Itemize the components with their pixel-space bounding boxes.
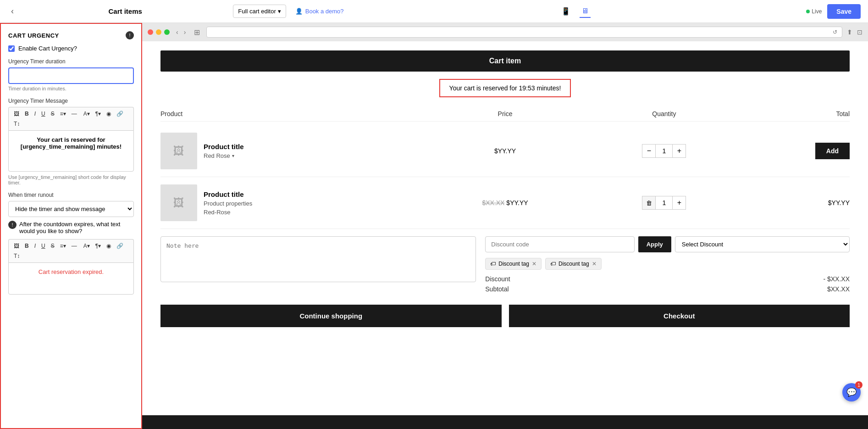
runout-select[interactable]: Hide the timer and show message xyxy=(8,201,134,217)
share-icon[interactable]: ⬆ xyxy=(847,28,852,36)
rte-strike-btn[interactable]: S xyxy=(49,109,57,118)
rte-content-1[interactable]: Your cart is reserved for[urgency_time_r… xyxy=(8,130,134,172)
rte-color-btn[interactable]: A▾ xyxy=(81,109,92,118)
enable-label: Enable Cart Urgency? xyxy=(18,45,77,52)
chat-bubble[interactable]: 💬 1 xyxy=(842,383,861,401)
item-image-2: 🖼 xyxy=(160,184,197,221)
discount-tag-2: 🏷 Discount tag ✕ xyxy=(545,258,602,270)
subtotal-value: $XX.XX xyxy=(827,285,850,293)
rte2-hr-btn[interactable]: — xyxy=(69,241,79,251)
traffic-lights xyxy=(148,29,170,35)
rte2-para-btn[interactable]: ¶▾ xyxy=(93,241,103,251)
nav-forward-arrow[interactable]: › xyxy=(182,28,188,37)
live-label: Live xyxy=(812,8,822,15)
rte-hr-btn[interactable]: — xyxy=(69,109,79,118)
item-title-2: Product title xyxy=(204,190,252,198)
chevron-down-icon: ▾ xyxy=(278,8,281,15)
nav-arrows: ‹ › xyxy=(174,28,188,37)
tag-label-2: Discount tag xyxy=(558,261,589,267)
rte2-image-btn[interactable]: 🖼 xyxy=(11,241,22,251)
table-header: Product Price Quantity Total xyxy=(160,106,850,122)
item-quantity-2: 🗑 + xyxy=(585,196,744,210)
continue-button[interactable]: Continue shopping xyxy=(160,305,502,327)
item-image-1: 🖼 xyxy=(160,133,197,169)
warning-icon[interactable]: ! xyxy=(8,221,17,229)
expand-btn[interactable]: ⊞ xyxy=(192,27,202,38)
rte-drop-btn[interactable]: ◉ xyxy=(104,109,113,118)
add-button-1[interactable]: Add xyxy=(815,143,850,159)
col-price-header: Price xyxy=(426,110,585,117)
rte-content-2[interactable]: Cart reservation expired. xyxy=(8,262,134,295)
apply-button[interactable]: Apply xyxy=(638,236,671,252)
rte-toolbar-1: 🖼 B I U S ≡▾ — A▾ ¶▾ ◉ 🔗 T↕ xyxy=(8,107,134,130)
rte-toolbar-2: 🖼 B I U S ≡▾ — A▾ ¶▾ ◉ 🔗 T↕ xyxy=(8,239,134,262)
rte-link-btn[interactable]: 🔗 xyxy=(114,109,126,118)
checkout-button[interactable]: Checkout xyxy=(509,305,850,327)
item-product-2: 🖼 Product title Product properties Red-R… xyxy=(160,184,426,221)
back-button[interactable]: ‹ xyxy=(7,5,17,18)
editor-dropdown[interactable]: Full cart editor ▾ xyxy=(233,5,286,18)
tag-close-1[interactable]: ✕ xyxy=(532,261,536,267)
item-info-1: Product title Red Rose ▾ xyxy=(204,143,244,159)
enable-checkbox[interactable] xyxy=(8,45,15,52)
mobile-icon[interactable]: 📱 xyxy=(559,5,572,17)
demo-link[interactable]: 👤 Book a demo? xyxy=(295,8,344,15)
nav-back-arrow[interactable]: ‹ xyxy=(174,28,180,37)
section-header: CART URGENCY ! xyxy=(8,31,134,39)
item-variant-1: Red Rose ▾ xyxy=(204,152,244,159)
rte2-link-btn[interactable]: 🔗 xyxy=(114,241,126,251)
discount-summary-row: Discount - $XX.XX xyxy=(485,275,850,283)
item-variant-label-1: Red Rose xyxy=(204,152,230,159)
tag-label-1: Discount tag xyxy=(498,261,529,267)
qty-decrease-1[interactable]: − xyxy=(642,144,656,158)
subtotal-label: Subtotal xyxy=(485,285,509,293)
desktop-icon[interactable]: 🖥 xyxy=(580,5,591,18)
rte-message-text: Your cart is reserved for[urgency_time_r… xyxy=(14,136,128,150)
qty-increase-2[interactable]: + xyxy=(672,196,686,210)
share-icons: ⬆ ⊡ xyxy=(847,28,862,36)
qty-input-2[interactable] xyxy=(656,196,672,210)
cart-actions: Continue shopping Checkout xyxy=(160,305,850,327)
rte2-color-btn[interactable]: A▾ xyxy=(81,241,92,251)
discount-input[interactable] xyxy=(485,236,634,252)
rte-para-btn[interactable]: ¶▾ xyxy=(93,109,103,118)
delete-button-2[interactable]: 🗑 xyxy=(642,196,656,210)
preview-pane: ‹ › ⊞ ↺ ⬆ ⊡ Cart item Your cart is reser… xyxy=(142,23,868,429)
item-product-1: 🖼 Product title Red Rose ▾ xyxy=(160,133,426,169)
rte-align-btn[interactable]: ≡▾ xyxy=(58,109,68,118)
rte-bold-btn[interactable]: B xyxy=(22,109,31,118)
editor-dropdown-label: Full cart editor xyxy=(238,8,276,15)
rte-underline-btn[interactable]: U xyxy=(39,109,48,118)
timer-duration-label: Urgency Timer duration xyxy=(8,58,134,65)
save-button[interactable]: Save xyxy=(827,4,861,19)
timer-duration-input[interactable]: 20 xyxy=(8,67,134,84)
subtotal-summary-row: Subtotal $XX.XX xyxy=(485,285,850,293)
rte2-size-btn[interactable]: T↕ xyxy=(11,251,22,261)
rte2-underline-btn[interactable]: U xyxy=(39,241,48,251)
rte2-align-btn[interactable]: ≡▾ xyxy=(58,241,68,251)
rte2-bold-btn[interactable]: B xyxy=(22,241,31,251)
rte-italic-btn[interactable]: I xyxy=(32,109,38,118)
rte2-strike-btn[interactable]: S xyxy=(49,241,57,251)
note-textarea[interactable] xyxy=(160,236,476,282)
chat-badge: 1 xyxy=(855,381,862,389)
table-row: 🖼 Product title Red Rose ▾ $YY.YY − + xyxy=(160,125,850,177)
qty-increase-1[interactable]: + xyxy=(672,144,686,158)
url-bar[interactable]: ↺ xyxy=(206,27,842,38)
item-subvariant-label: Red-Rose xyxy=(204,209,231,216)
discount-label: Discount xyxy=(485,275,510,283)
rte2-drop-btn[interactable]: ◉ xyxy=(104,241,113,251)
rte2-italic-btn[interactable]: I xyxy=(32,241,38,251)
rte-image-btn[interactable]: 🖼 xyxy=(11,109,22,118)
rte-size-btn[interactable]: T↕ xyxy=(11,119,22,128)
runout-label: When timer runout xyxy=(8,192,134,198)
demo-link-label: Book a demo? xyxy=(305,8,344,15)
select-discount[interactable]: Select Discount xyxy=(675,236,850,252)
variant-dropdown-icon[interactable]: ▾ xyxy=(232,153,234,158)
copy-icon[interactable]: ⊡ xyxy=(857,28,862,36)
col-quantity-header: Quantity xyxy=(585,110,744,117)
qty-input-1[interactable] xyxy=(656,144,672,158)
info-icon[interactable]: ! xyxy=(126,31,134,39)
item-subvariant-2: Red-Rose xyxy=(204,209,252,216)
tag-close-2[interactable]: ✕ xyxy=(592,261,597,267)
